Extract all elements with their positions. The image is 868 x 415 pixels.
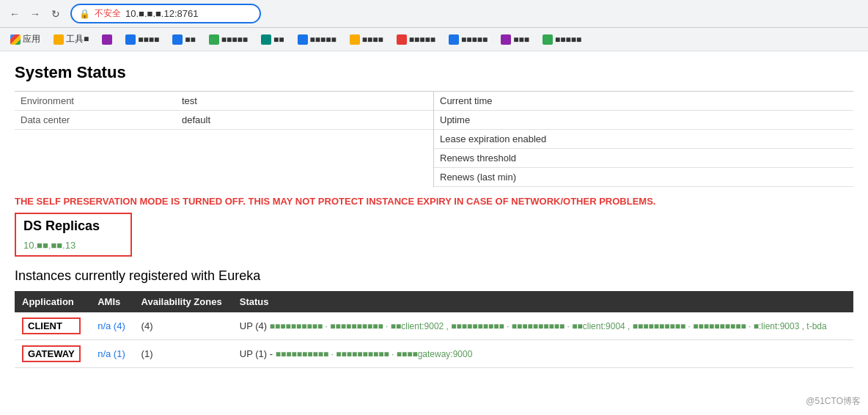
datacenter-label: Data center [21, 114, 182, 125]
status-grid: Environment test Data center default Cur… [15, 91, 853, 187]
gateway-amis-cell: n/a (1) [90, 340, 133, 368]
bookmark-label-12: ■■■■■ [555, 34, 581, 45]
table-row: GATEWAY n/a (1) (1) UP (1) - ■■■■■■■■■■ … [15, 340, 853, 368]
gateway-instances-links: ■■■■■■■■■■ · ■■■■■■■■■■ · ■■■■gateway:90… [276, 349, 473, 359]
gateway-status-cell: UP (1) - ■■■■■■■■■■ · ■■■■■■■■■■ · ■■■■g… [232, 340, 853, 368]
client-status-cell: UP (4) ■■■■■■■■■■ · ■■■■■■■■■■ · ■■clien… [232, 312, 853, 340]
bookmark-icon-2 [102, 34, 112, 45]
gateway-status-prefix: UP (1) - [240, 348, 276, 359]
bookmark-label-11: ■■■ [513, 34, 529, 45]
warning-message: THE SELF PRESERVATION MODE IS TURNED OFF… [15, 196, 853, 207]
client-app-label: CLIENT [22, 317, 81, 334]
reload-button[interactable]: ↻ [47, 5, 65, 23]
bookmark-1[interactable]: 工具■ [49, 32, 93, 47]
bookmark-label-5: ■■■■■ [221, 34, 248, 45]
bookmark-10[interactable]: ■■■■■ [444, 33, 492, 46]
col-availability-zones: Availability Zones [134, 291, 232, 312]
bookmark-11[interactable]: ■■■ [496, 33, 534, 46]
browser-chrome: ← → ↻ 🔒 不安全 10.■.■.■.12:8761 [0, 0, 868, 28]
bookmark-label-3: ■■■■ [138, 34, 159, 45]
bookmark-7[interactable]: ■■■■■ [293, 33, 341, 46]
bookmark-icon-12 [542, 34, 553, 45]
page-title: System Status [15, 63, 853, 82]
bookmarks-bar: 应用 工具■ ■■■■ ■■ ■■■■■ ■■ ■■■■■ ■■■■ ■■■■■… [0, 28, 868, 51]
lock-icon: 🔒 [79, 9, 90, 19]
address-bar[interactable]: 🔒 不安全 10.■.■.■.12:8761 [70, 4, 261, 23]
bookmark-apps-label: 应用 [23, 33, 40, 45]
bookmark-icon-8 [350, 34, 360, 45]
bookmark-8[interactable]: ■■■■ [345, 33, 388, 46]
renews-last-min-row: Renews (last min) [434, 168, 853, 187]
environment-value: test [182, 95, 427, 106]
ds-replicas-title: DS Replicas [23, 218, 123, 234]
bookmark-icon-9 [397, 34, 407, 45]
bookmark-label-4: ■■ [185, 34, 196, 45]
bookmark-4[interactable]: ■■ [168, 33, 200, 46]
bookmark-icon-4 [172, 34, 183, 45]
gateway-app-label: GATEWAY [22, 345, 81, 362]
gateway-az-cell: (1) [134, 340, 232, 368]
bookmark-apps[interactable]: 应用 [6, 32, 45, 47]
status-row-environment: Environment test [15, 92, 433, 111]
insecure-label: 不安全 [95, 7, 121, 20]
client-status-prefix: UP (4) [240, 320, 270, 331]
col-application: Application [15, 291, 90, 312]
col-status: Status [232, 291, 853, 312]
renews-threshold-row: Renews threshold [434, 149, 853, 168]
bookmark-label-1: 工具■ [66, 33, 89, 45]
url-text: 10.■.■.■.12:8761 [125, 8, 198, 19]
apps-icon [10, 34, 21, 45]
client-az-cell: (4) [134, 312, 232, 340]
forward-button[interactable]: → [26, 5, 44, 23]
gateway-amis-link[interactable]: n/a (1) [98, 348, 125, 359]
bookmark-label-6: ■■ [273, 34, 284, 45]
ds-replicas-section: DS Replicas 10.■■.■■.13 [15, 213, 132, 257]
bookmark-12[interactable]: ■■■■■ [538, 33, 586, 46]
table-row: CLIENT n/a (4) (4) UP (4) ■■■■■■■■■■ · ■… [15, 312, 853, 340]
col-amis: AMIs [90, 291, 133, 312]
bookmark-icon-11 [501, 34, 511, 45]
bookmark-icon-5 [209, 34, 219, 45]
status-row-datacenter: Data center default [15, 111, 433, 130]
instances-table: Application AMIs Availability Zones Stat… [15, 291, 853, 368]
back-button[interactable]: ← [6, 5, 23, 23]
table-header-row: Application AMIs Availability Zones Stat… [15, 291, 853, 312]
bookmark-label-9: ■■■■■ [409, 34, 435, 45]
bookmark-3[interactable]: ■■■■ [121, 33, 163, 46]
instances-title: Instances currently registered with Eure… [15, 268, 853, 284]
bookmark-9[interactable]: ■■■■■ [392, 33, 440, 46]
bookmark-icon-6 [261, 34, 271, 45]
bookmark-icon-10 [449, 34, 459, 45]
bookmark-5[interactable]: ■■■■■ [205, 33, 252, 46]
lease-expiration-row: Lease expiration enabled [434, 130, 853, 149]
client-instances-links: ■■■■■■■■■■ · ■■■■■■■■■■ · ■■client:9002 … [270, 321, 827, 331]
bookmark-6[interactable]: ■■ [257, 33, 289, 46]
client-amis-cell: n/a (4) [90, 312, 133, 340]
client-app-cell: CLIENT [15, 312, 90, 340]
ds-replica-ip: 10.■■.■■.13 [23, 240, 123, 251]
bookmark-icon-1 [54, 34, 64, 45]
gateway-app-cell: GATEWAY [15, 340, 90, 368]
bookmark-label-7: ■■■■■ [310, 34, 336, 45]
nav-buttons[interactable]: ← → ↻ [6, 5, 65, 23]
bookmark-2[interactable] [98, 33, 117, 46]
status-right: Current time Uptime Lease expiration ena… [434, 92, 853, 187]
environment-label: Environment [21, 95, 182, 106]
current-time-row: Current time [434, 92, 853, 111]
datacenter-value: default [182, 114, 427, 125]
uptime-row: Uptime [434, 111, 853, 130]
bookmark-label-10: ■■■■■ [461, 34, 488, 45]
client-amis-link[interactable]: n/a (4) [98, 320, 125, 331]
page-content: System Status Environment test Data cent… [0, 51, 868, 380]
status-left: Environment test Data center default [15, 92, 434, 187]
bookmark-icon-7 [298, 34, 308, 45]
bookmark-label-8: ■■■■ [362, 34, 383, 45]
bookmark-icon-3 [125, 34, 136, 45]
